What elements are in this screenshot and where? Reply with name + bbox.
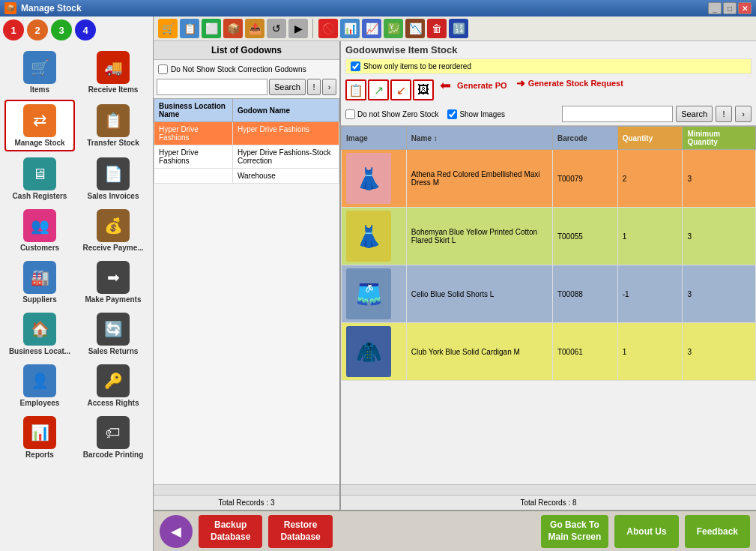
godown-table-row[interactable]: Hyper Drive Fashions Hyper Drive Fashion… [154,122,339,145]
godown-cell-location: Hyper Drive Fashions [154,145,233,169]
about-us-button[interactable]: About Us [614,515,678,548]
sidebar-item-items[interactable]: 🛒 Items [4,48,75,97]
close-button[interactable]: ✕ [738,2,752,14]
receive-payments-icon: 💰 [97,209,130,242]
stock-cell-name: Celio Blue Solid Shorts L [406,265,552,323]
godown-cell-location [154,169,233,184]
suppliers-label: Suppliers [22,295,57,304]
stock-search-button[interactable]: Search [676,106,713,122]
col-min-quantity: Minimum Quantity [683,127,756,150]
action-btn-2[interactable]: ↗ [368,79,389,100]
sidebar-item-business-location[interactable]: 🏠 Business Locat... [4,310,75,358]
stock-table-row[interactable]: 👗 Bohemyan Blue Yellow Printed Cotton Fl… [342,208,756,265]
sidebar-item-suppliers[interactable]: 🏭 Suppliers [4,258,75,307]
zero-stock-label: Do not Show Zero Stock [357,110,438,118]
toolbar-icon-2[interactable]: 📋 [180,19,199,38]
sidebar-item-receive-payments[interactable]: 💰 Receive Payme... [78,206,148,255]
action-btn-1[interactable]: 📋 [345,79,366,100]
toolbar-icon-11[interactable]: 💹 [384,19,403,38]
step-1-button[interactable]: 1 [3,19,24,40]
manage-stock-label: Manage Stock [14,139,64,147]
sidebar-item-manage-stock[interactable]: ⇄ Manage Stock [4,100,75,151]
reorder-checkbox[interactable] [351,61,360,71]
toolbar-icon-14[interactable]: 🔢 [449,19,468,38]
godown-search-button[interactable]: Search [269,79,306,95]
stock-cell-name: Club York Blue Solid Cardigan M [406,323,552,381]
toolbar-icon-10[interactable]: 📈 [362,19,381,38]
toolbar-icon-4[interactable]: 📦 [223,19,243,38]
action-btn-4[interactable]: 🖼 [413,79,434,100]
step-3-button[interactable]: 3 [51,19,72,40]
godown-search-row: Search ! › [157,79,336,95]
stock-exclamation-button[interactable]: ! [716,106,732,122]
sidebar-item-sales-invoices[interactable]: 📄 Sales Invoices [78,154,148,203]
toolbar-icon-7[interactable]: ▶ [288,19,308,38]
item-image: 👗 [346,153,391,204]
titlebar-controls: _ □ ✕ [708,2,752,14]
toolbar-icon-8[interactable]: 🚫 [318,19,338,38]
access-rights-icon: 🔑 [97,364,130,397]
stock-panel: Godownwise Item Stock Show only items to… [341,41,756,510]
action-btn-3[interactable]: ↙ [390,79,411,100]
sidebar-item-barcode-printing[interactable]: 🏷 Barcode Printing [78,413,148,462]
action-icon-1: 📋 [348,83,363,97]
godown-cell-godown: Hyper Drive Fashions-Stock Correction [232,145,339,169]
stock-table-row[interactable]: 🩳 Celio Blue Solid Shorts L T00088 -1 3 [342,265,756,323]
sidebar-item-receive-items[interactable]: 🚚 Receive Items [78,48,148,97]
step-4-button[interactable]: 4 [75,19,96,40]
step-2-button[interactable]: 2 [27,19,48,40]
show-images-checkbox[interactable] [447,109,457,119]
sidebar-item-employees[interactable]: 👤 Employees [4,361,75,410]
minimize-button[interactable]: _ [708,2,722,14]
stock-table-row[interactable]: 👗 Athena Red Colored Embellished Maxi Dr… [342,150,756,208]
toolbar-icon-1[interactable]: 🛒 [158,19,178,38]
godown-checkbox-row: Do Not Show Stock Correction Godowns [157,63,336,76]
toolbar-icon-9[interactable]: 📊 [340,19,360,38]
stock-cell-min-quantity: 3 [683,208,756,265]
stock-search-input[interactable] [562,106,673,122]
stock-next-button[interactable]: › [735,106,752,122]
sidebar-item-transfer-stock[interactable]: 📋 Transfer Stock [78,100,148,151]
sidebar-item-reports[interactable]: 📊 Reports [4,413,75,462]
transfer-stock-label: Transfer Stock [87,139,139,147]
stock-cell-quantity: 1 [617,208,683,265]
sales-invoices-label: Sales Invoices [88,192,139,200]
toolbar-icon-12[interactable]: 📉 [405,19,425,38]
backup-database-button[interactable]: Backup Database [199,515,262,548]
sidebar-item-customers[interactable]: 👥 Customers [4,206,75,255]
nav-back-button[interactable]: ◀ [160,515,193,548]
stock-table-row[interactable]: 🧥 Club York Blue Solid Cardigan M T00061… [342,323,756,381]
sidebar: 1 2 3 4 🛒 Items 🚚 Receive Items ⇄ Manage… [0,16,154,551]
customers-label: Customers [20,244,59,252]
feedback-button[interactable]: Feedback [685,515,750,548]
reorder-label: Show only items to be reordered [363,62,471,70]
toolbar-icon-5[interactable]: 📤 [245,19,264,38]
toolbar-icon-6[interactable]: ↺ [267,19,286,38]
toolbar-icon-13[interactable]: 🗑 [427,19,447,38]
sidebar-item-cash-registers[interactable]: 🖥 Cash Registers [4,154,75,203]
stock-hscroll[interactable] [341,484,756,495]
access-rights-label: Access Rights [88,399,139,407]
godown-total: Total Records : 3 [154,495,339,510]
stock-total: Total Records : 8 [341,495,756,510]
godown-table-row[interactable]: Warehouse [154,169,339,184]
zero-stock-checkbox[interactable] [345,109,355,119]
godown-search-input[interactable] [157,79,267,95]
toolbar-icon-3[interactable]: ⬜ [202,19,221,38]
no-stock-correction-checkbox[interactable] [158,64,168,74]
sales-returns-label: Sales Returns [88,347,139,355]
restore-database-button[interactable]: Restore Database [268,515,332,548]
sidebar-item-sales-returns[interactable]: 🔄 Sales Returns [78,310,148,358]
sidebar-item-make-payments[interactable]: ➡ Make Payments [78,258,148,307]
godown-next-button[interactable]: › [322,79,336,95]
godown-exclamation-button[interactable]: ! [307,79,321,95]
maximize-button[interactable]: □ [723,2,737,14]
godown-table-row[interactable]: Hyper Drive Fashions Hyper Drive Fashion… [154,145,339,169]
col-quantity: Quantity [617,127,683,150]
titlebar: 📦 Manage Stock _ □ ✕ [0,0,756,16]
stock-cell-image: 🩳 [342,265,407,323]
godown-cell-location: Hyper Drive Fashions [154,122,233,145]
go-back-main-button[interactable]: Go Back To Main Screen [541,515,609,548]
sidebar-item-access-rights[interactable]: 🔑 Access Rights [78,361,148,410]
godown-hscroll[interactable] [154,484,339,495]
